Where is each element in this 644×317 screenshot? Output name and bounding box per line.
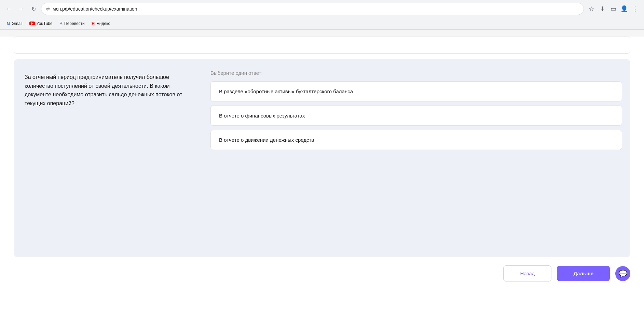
answers-label: Выберите один ответ:: [210, 70, 622, 76]
sidebar-button[interactable]: ▭: [608, 4, 618, 14]
bookmark-star-button[interactable]: ☆: [587, 4, 596, 14]
youtube-icon: [29, 22, 35, 25]
reload-button[interactable]: ↻: [29, 4, 38, 14]
bookmark-translate[interactable]: B Перевести: [57, 19, 87, 28]
question-panel: За отчетный период предприниматель получ…: [22, 67, 200, 249]
bookmark-youtube[interactable]: YouTube: [27, 20, 55, 27]
back-button[interactable]: Назад: [503, 265, 551, 281]
answer-option-1[interactable]: В разделе «оборотные активы» бухгалтерск…: [210, 81, 622, 101]
browser-chrome: ← → ↻ ⇄ мсп.рф/education/checkup/examina…: [0, 0, 644, 30]
address-bar-security-icon: ⇄: [46, 6, 50, 12]
url-text: мсп.рф/education/checkup/examination: [53, 6, 579, 12]
bookmark-yandex-label: Яндекс: [96, 21, 110, 26]
yandex-icon: Я: [92, 21, 95, 26]
bookmarks-bar: M Gmail YouTube B Перевести Я Яндекс: [0, 18, 644, 29]
bookmark-gmail-label: Gmail: [12, 21, 22, 26]
question-section: За отчетный период предприниматель получ…: [14, 59, 630, 257]
browser-toolbar: ← → ↻ ⇄ мсп.рф/education/checkup/examina…: [0, 0, 644, 18]
forward-button[interactable]: →: [16, 4, 26, 14]
download-button[interactable]: ⬇: [598, 4, 607, 14]
address-bar[interactable]: ⇄ мсп.рф/education/checkup/examination: [41, 3, 584, 15]
chat-icon: 💬: [619, 270, 627, 278]
chat-button[interactable]: 💬: [615, 266, 630, 281]
profile-button[interactable]: 👤: [619, 4, 629, 14]
nav-buttons: Назад Дальше 💬: [0, 257, 644, 290]
answer-option-3[interactable]: В отчете о движении денежных средств: [210, 130, 622, 150]
back-button[interactable]: ←: [4, 4, 14, 14]
menu-button[interactable]: ⋮: [630, 4, 640, 14]
question-text: За отчетный период предприниматель получ…: [25, 73, 197, 108]
toolbar-actions: ☆ ⬇ ▭ 👤 ⋮: [587, 4, 640, 14]
answers-panel: Выберите один ответ: В разделе «оборотны…: [210, 67, 622, 249]
translate-icon: B: [59, 21, 63, 26]
youtube-play-icon: [31, 22, 33, 25]
bookmark-youtube-label: YouTube: [37, 21, 53, 26]
answer-option-2[interactable]: В отчете о финансовых результатах: [210, 106, 622, 126]
bookmark-translate-label: Перевести: [64, 21, 85, 26]
bookmark-gmail[interactable]: M Gmail: [4, 20, 25, 27]
top-card: [14, 37, 630, 54]
next-button[interactable]: Дальше: [557, 266, 610, 281]
bookmark-yandex[interactable]: Я Яндекс: [89, 19, 113, 27]
gmail-icon: M: [7, 22, 10, 26]
page-content: За отчетный период предприниматель получ…: [0, 37, 644, 317]
